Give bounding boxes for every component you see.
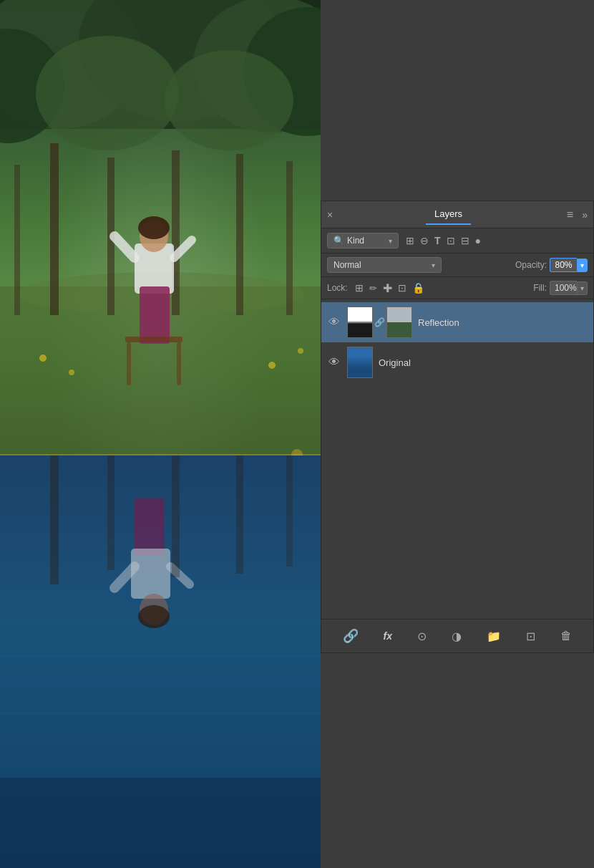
svg-line-21 (174, 240, 192, 258)
fill-value[interactable]: 100% (550, 281, 577, 295)
svg-rect-23 (127, 342, 131, 385)
svg-rect-12 (172, 150, 180, 315)
opacity-dropdown-arrow[interactable]: ▾ (577, 259, 588, 272)
svg-rect-14 (286, 161, 293, 315)
filter-color-icon[interactable]: ● (475, 235, 481, 246)
svg-rect-16 (135, 243, 174, 294)
lock-icons: ⊞ ✏ ✚ ⊡ 🔒 (355, 281, 424, 295)
canvas-area (0, 0, 321, 868)
link-layers-button[interactable]: 🔗 (339, 625, 363, 647)
svg-point-28 (298, 348, 303, 354)
svg-point-9 (17, 272, 303, 315)
layer-toolbar: 🔗 fx ⊙ ◑ 📁 ⊡ 🗑 (321, 619, 593, 652)
layers-tab[interactable]: Layers (426, 204, 471, 225)
layer-item-reflection[interactable]: 👁 🔗 Reflection (321, 302, 593, 342)
blend-mode-dropdown[interactable]: Normal ▾ (327, 257, 442, 273)
lock-paint-icon[interactable]: ✏ (369, 283, 377, 294)
right-panel: × Layers ≡ » 🔍 Kind ▾ ⊞ ⊖ T ⊡ ⊟ ● (321, 0, 594, 868)
svg-line-20 (115, 236, 135, 258)
svg-point-4 (0, 29, 64, 143)
blend-mode-value: Normal (333, 260, 361, 270)
svg-point-6 (36, 36, 179, 150)
svg-point-27 (268, 362, 276, 369)
lock-artboard-icon[interactable]: ⊡ (398, 282, 406, 294)
layer-fx-button[interactable]: fx (379, 627, 396, 645)
svg-point-3 (193, 0, 321, 132)
filter-bar: 🔍 Kind ▾ ⊞ ⊖ T ⊡ ⊟ ● (321, 228, 593, 254)
svg-rect-11 (107, 158, 115, 315)
opacity-value[interactable]: 80% (550, 258, 577, 272)
layer-visibility-reflection[interactable]: 👁 (327, 316, 341, 329)
close-icon[interactable]: × (327, 209, 333, 221)
layer-color-thumb-reflection (386, 307, 412, 338)
layer-thumb-original-container (347, 347, 373, 378)
layer-name-reflection: Reflection (418, 317, 588, 328)
svg-rect-10 (50, 143, 59, 315)
delete-layer-button[interactable]: 🗑 (556, 627, 576, 645)
svg-rect-31 (135, 498, 165, 556)
svg-point-34 (138, 605, 170, 628)
svg-point-1 (0, 0, 143, 129)
fill-control: Fill: 100% ▾ (533, 281, 588, 295)
svg-point-2 (79, 0, 279, 122)
layer-thumb-reflection-container: 🔗 (347, 307, 412, 338)
panel-top-bar: × Layers ≡ » (321, 201, 593, 228)
layer-mask-thumb-reflection (347, 307, 373, 338)
bottom-dark-area (321, 653, 594, 868)
svg-rect-8 (0, 286, 321, 455)
new-group-button[interactable]: 📁 (482, 627, 505, 646)
filter-smart-icon[interactable]: ⊟ (461, 235, 469, 246)
lock-move-icon[interactable]: ✚ (383, 281, 392, 295)
opacity-control: Opacity: 80% ▾ (515, 258, 588, 272)
svg-rect-32 (131, 549, 170, 599)
layer-color-thumb-original (347, 347, 373, 378)
adjustment-button[interactable]: ◑ (447, 627, 466, 646)
filter-type-icon[interactable]: T (434, 235, 441, 246)
top-dark-area (321, 0, 594, 201)
layers-list: 👁 🔗 Reflection 👁 (321, 299, 593, 619)
svg-point-19 (138, 216, 170, 239)
add-mask-button[interactable]: ⊙ (413, 627, 431, 646)
filter-pixel-icon[interactable]: ⊞ (406, 235, 414, 246)
svg-rect-13 (236, 154, 243, 315)
svg-rect-37 (50, 455, 59, 584)
svg-point-25 (39, 355, 47, 362)
panel-menu-icon[interactable]: ≡ (564, 206, 576, 224)
svg-rect-0 (0, 0, 321, 129)
svg-rect-22 (125, 337, 182, 342)
blend-mode-arrow: ▾ (432, 261, 435, 269)
svg-point-33 (140, 594, 168, 625)
canvas-bottom-photo (0, 455, 321, 868)
layer-visibility-original[interactable]: 👁 (327, 356, 341, 369)
svg-rect-48 (0, 778, 321, 868)
opacity-label: Opacity: (515, 260, 547, 270)
lock-all-icon[interactable]: 🔒 (412, 282, 424, 294)
canvas-top-photo (0, 0, 321, 455)
svg-line-35 (115, 566, 135, 588)
opacity-group: 80% ▾ (550, 258, 588, 272)
lock-pixels-icon[interactable]: ⊞ (355, 282, 364, 294)
filter-adjustment-icon[interactable]: ⊖ (420, 235, 429, 246)
svg-point-26 (69, 370, 74, 375)
new-layer-button[interactable]: ⊡ (522, 627, 540, 646)
svg-rect-40 (236, 455, 243, 574)
svg-rect-30 (0, 455, 321, 868)
fill-dropdown-arrow[interactable]: ▾ (577, 281, 588, 295)
svg-rect-15 (14, 165, 20, 315)
fill-group: 100% ▾ (550, 281, 588, 295)
svg-rect-38 (107, 455, 115, 570)
svg-rect-39 (172, 455, 180, 577)
layer-chain-icon-reflection: 🔗 (374, 317, 385, 327)
svg-rect-41 (286, 455, 293, 566)
layers-panel: × Layers ≡ » 🔍 Kind ▾ ⊞ ⊖ T ⊡ ⊟ ● (321, 201, 594, 653)
lock-label: Lock: (327, 283, 348, 293)
svg-rect-17 (140, 286, 170, 344)
layer-item-original[interactable]: 👁 Original (321, 342, 593, 382)
layer-name-original: Original (379, 357, 588, 368)
lock-bar: Lock: ⊞ ✏ ✚ ⊡ 🔒 Fill: 100% ▾ (321, 277, 593, 299)
filter-shape-icon[interactable]: ⊡ (447, 235, 455, 246)
kind-dropdown[interactable]: 🔍 Kind ▾ (327, 233, 399, 249)
svg-point-5 (243, 7, 321, 136)
collapse-icon[interactable]: » (582, 209, 588, 221)
svg-line-36 (170, 566, 190, 584)
